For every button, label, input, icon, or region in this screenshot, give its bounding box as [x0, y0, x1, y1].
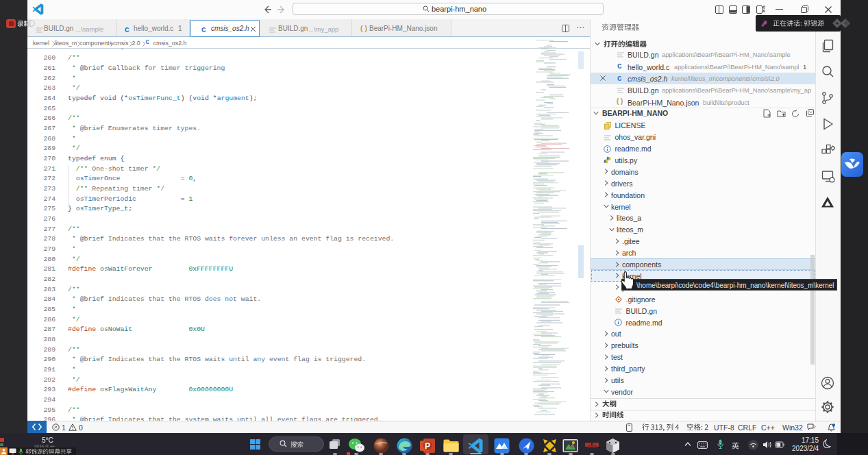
- svg-text:P: P: [425, 441, 430, 451]
